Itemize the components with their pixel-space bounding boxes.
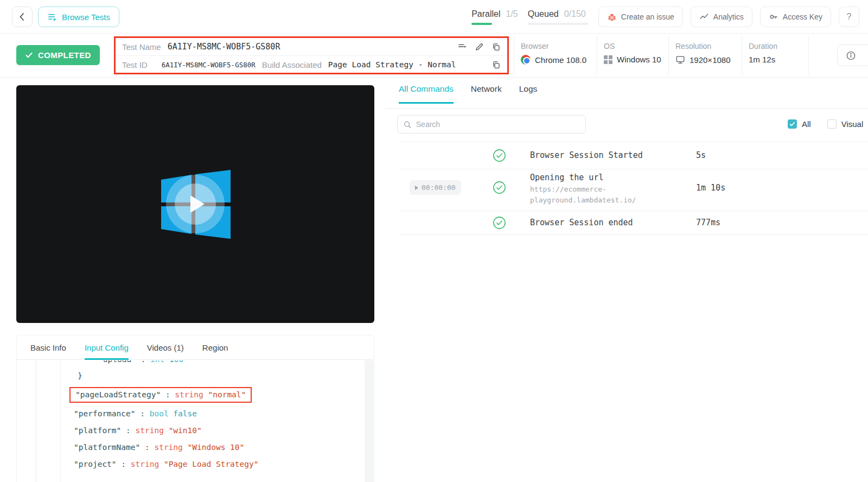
topbar-right-group: Parallel 1/5 Queued 0/150 Create an issu…: [471, 0, 859, 34]
code-keyword: int: [150, 360, 164, 364]
back-button[interactable]: [12, 7, 33, 27]
success-check-icon: [493, 216, 506, 232]
chrome-icon: [521, 55, 531, 65]
column-divider: [808, 36, 809, 75]
test-info-button[interactable]: [837, 45, 868, 66]
test-name-value: 6A1IY-MS8MC-WOBF5-GS80R: [168, 42, 280, 52]
tab-network[interactable]: Network: [471, 84, 502, 104]
parallel-label: Parallel: [471, 9, 500, 19]
success-check-icon: [493, 149, 506, 164]
code-colon: :: [140, 409, 145, 418]
code-colon: :: [165, 390, 170, 399]
search-input[interactable]: [416, 120, 580, 129]
code-keyword: bool: [150, 409, 169, 418]
code-keyword: string: [175, 390, 203, 399]
tab-bar-divider: [385, 108, 868, 109]
test-id-row: Test ID 6A1IY-MS8MC-WOBF5-GS80R Build As…: [116, 56, 507, 73]
command-row[interactable]: 00:00:00 Opening the url https://ecommer…: [385, 169, 868, 211]
code-line-platformname: "platformName" : string "Windows 10": [74, 443, 244, 452]
command-row[interactable]: Browser Session Started 5s: [385, 142, 868, 169]
code-value: false: [173, 409, 197, 418]
column-divider: [514, 36, 514, 75]
edit-test-name-button[interactable]: [475, 42, 484, 52]
create-issue-button[interactable]: Create an issue: [598, 7, 683, 27]
command-name: Browser Session Started: [530, 150, 643, 160]
copy-test-name-button[interactable]: [492, 42, 501, 52]
test-list-toggle-button[interactable]: [457, 42, 467, 52]
column-divider: [597, 36, 597, 75]
resolution-label: Resolution: [675, 42, 731, 50]
timestamp-chip[interactable]: 00:00:00: [410, 180, 461, 195]
code-line-pageloadstrategy: "pageLoadStrategy" : string "normal": [69, 387, 252, 403]
copy-test-id-button[interactable]: [492, 60, 501, 69]
tab-all-commands[interactable]: All Commands: [399, 84, 454, 104]
code-value: 100: [169, 360, 183, 364]
test-list-icon: [457, 42, 467, 52]
code-colon: :: [141, 360, 146, 364]
code-scrollbar[interactable]: [365, 360, 374, 482]
tab-logs[interactable]: Logs: [519, 84, 538, 104]
check-icon: [789, 121, 795, 127]
check-icon: [25, 51, 33, 59]
code-key: "pageLoadStrategy": [75, 390, 161, 399]
help-button[interactable]: ?: [839, 7, 859, 27]
command-search: [397, 115, 586, 134]
analytics-label: Analytics: [713, 12, 744, 21]
command-name: Opening the url: [530, 173, 603, 182]
browse-tests-button[interactable]: Browse Tests: [38, 7, 119, 27]
test-video-player[interactable]: [16, 85, 374, 323]
copy-icon: [492, 60, 501, 69]
analytics-button[interactable]: Analytics: [691, 7, 752, 27]
details-tab-bar: Basic Info Input Config Videos (1) Regio…: [17, 335, 374, 360]
code-keyword: string: [154, 443, 182, 452]
windows-icon: [604, 55, 612, 64]
test-id-label: Test ID: [122, 60, 148, 69]
pencil-icon: [475, 42, 484, 52]
code-indent-guide: [60, 360, 61, 482]
filter-all-label: All: [802, 119, 811, 129]
info-icon: [846, 50, 856, 61]
duration-value: 1m 12s: [749, 55, 775, 64]
resolution-value: 1920×1080: [690, 55, 731, 65]
tab-basic-info[interactable]: Basic Info: [30, 343, 66, 359]
code-colon: :: [145, 443, 150, 452]
queued-progress-bar: [528, 23, 589, 25]
status-badge: COMPLETED: [16, 45, 100, 65]
analytics-icon: [699, 12, 709, 22]
tab-videos[interactable]: Videos (1): [147, 343, 184, 359]
bug-icon: [607, 12, 617, 22]
command-duration: 5s: [696, 150, 706, 160]
browse-tests-label: Browse Tests: [62, 12, 110, 22]
tab-region[interactable]: Region: [202, 343, 228, 359]
play-button[interactable]: [166, 175, 225, 233]
duration-label: Duration: [749, 42, 777, 50]
key-icon: [769, 12, 778, 22]
help-icon: ?: [847, 12, 852, 22]
search-icon: [403, 120, 412, 129]
filter-all-checkbox[interactable]: [788, 119, 797, 129]
top-bar: Browse Tests Parallel 1/5 Queued 0/150 C…: [0, 0, 868, 34]
test-name-label: Test Name: [122, 42, 161, 52]
test-id-value: 6A1IY-MS8MC-WOBF5-GS80R: [162, 61, 256, 69]
command-name: Browser Session ended: [530, 218, 633, 227]
column-divider: [742, 36, 742, 75]
code-line-platform: "platform" : string "win10": [74, 426, 202, 435]
command-row[interactable]: Browser Session ended 777ms: [385, 211, 868, 234]
browser-value: Chrome 108.0: [535, 55, 586, 65]
access-key-button[interactable]: Access Key: [760, 7, 831, 27]
code-line-performance: "performance" : bool false: [74, 409, 197, 418]
filter-visual-checkbox[interactable]: [827, 119, 837, 129]
tab-input-config[interactable]: Input Config: [85, 343, 129, 360]
success-check-icon: [493, 181, 506, 196]
code-keyword: string: [136, 426, 164, 435]
filter-visual-label: Visual: [841, 119, 864, 129]
code-colon: :: [121, 460, 126, 468]
build-associated-value: Page Load Strategy - Normal: [328, 60, 456, 69]
access-key-label: Access Key: [783, 12, 822, 21]
test-identity-highlight-box: Test Name 6A1IY-MS8MC-WOBF5-GS80R Test I…: [114, 36, 509, 74]
column-divider: [668, 36, 669, 75]
pageloadstrategy-highlight-box: "pageLoadStrategy" : string "normal": [69, 387, 252, 403]
parallel-value: 1/5: [506, 9, 518, 19]
code-keyword: string: [131, 460, 159, 468]
code-closing-brace: }: [78, 371, 82, 380]
